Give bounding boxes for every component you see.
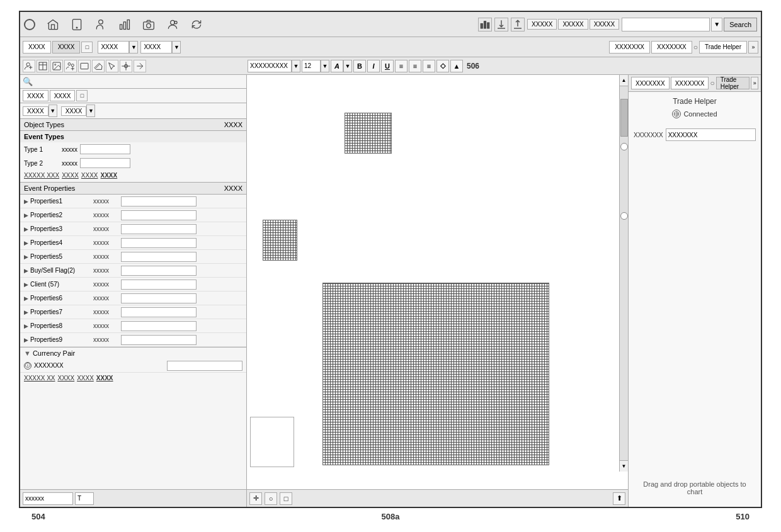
font-letter-btn[interactable]: A bbox=[331, 60, 343, 72]
sidebar-tab-xxxx-1[interactable]: XXXX bbox=[23, 90, 48, 101]
bar-chart-icon[interactable] bbox=[478, 18, 492, 31]
chart-small-rect[interactable] bbox=[250, 417, 294, 467]
align-right-btn[interactable]: ≡ bbox=[423, 60, 435, 72]
camera-icon[interactable] bbox=[142, 18, 155, 31]
right-panel-tab-1[interactable]: XXXXXXX bbox=[631, 77, 670, 89]
sidebar-tab-xxxx-2[interactable]: XXXX bbox=[50, 90, 76, 101]
tab-xxxx-2[interactable]: XXXX bbox=[52, 41, 81, 54]
prop-input-1[interactable] bbox=[121, 210, 197, 220]
vscroll-top-btn[interactable]: ▲ bbox=[620, 75, 629, 86]
prop-input-7[interactable] bbox=[121, 293, 197, 303]
sidebar-small-btn[interactable]: □ bbox=[76, 90, 88, 101]
xxxx-link-2[interactable]: XXXX bbox=[62, 172, 79, 179]
type1-input[interactable] bbox=[80, 144, 130, 154]
font-name-arrow[interactable]: ▼ bbox=[292, 60, 300, 72]
font-size-arrow[interactable]: ▼ bbox=[321, 60, 329, 72]
footer-field-1[interactable]: xxxxxx bbox=[23, 492, 73, 505]
sidebar-drop-arrow-2[interactable]: ▼ bbox=[86, 105, 95, 117]
prop-input-5[interactable] bbox=[121, 266, 197, 276]
xxxx-link-4[interactable]: XXXX bbox=[101, 172, 118, 179]
chart-footer-rect-btn[interactable]: □ bbox=[280, 492, 292, 505]
sidebar-drop-arrow-1[interactable]: ▼ bbox=[48, 105, 57, 117]
right-tab-1[interactable]: XXXXXXX bbox=[609, 41, 650, 54]
btn2[interactable]: XXXXX bbox=[558, 19, 588, 30]
prop-input-0[interactable] bbox=[121, 196, 197, 207]
chart-footer-cross-btn[interactable]: ✛ bbox=[249, 492, 262, 505]
add-person-icon[interactable] bbox=[23, 60, 35, 72]
chart-vscroll[interactable]: ▲ ▼ bbox=[619, 75, 628, 472]
person-icon[interactable] bbox=[94, 18, 107, 31]
align-left-btn[interactable]: ≡ bbox=[395, 60, 408, 72]
more-btn[interactable]: » bbox=[748, 41, 758, 54]
bottom-link-3[interactable]: XXXX bbox=[77, 375, 94, 382]
fill-color-btn[interactable]: ◇ bbox=[436, 60, 449, 72]
xxxx-link-3[interactable]: XXXX bbox=[81, 172, 98, 179]
search-dropdown-arrow[interactable]: ▼ bbox=[711, 18, 722, 31]
vscroll-bottom-btn[interactable]: ▼ bbox=[620, 460, 629, 472]
search-button[interactable]: Search bbox=[724, 18, 757, 31]
right-panel-trade-helper-tab[interactable]: Trade Helper bbox=[716, 77, 750, 89]
prop-input-2[interactable] bbox=[121, 224, 197, 234]
sidebar-dropdown-1[interactable]: XXXX bbox=[23, 106, 48, 116]
right-tab-2[interactable]: XXXXXXX bbox=[651, 41, 692, 54]
vscroll-thumb[interactable] bbox=[620, 99, 628, 137]
italic-btn[interactable]: I bbox=[367, 60, 380, 72]
sidebar-dropdown-2[interactable]: XXXX bbox=[61, 106, 87, 116]
download-icon[interactable] bbox=[494, 18, 508, 31]
person2-icon[interactable] bbox=[166, 18, 179, 31]
cursor-icon[interactable] bbox=[106, 60, 118, 72]
prop-input-9[interactable] bbox=[121, 321, 197, 331]
arrow-tool-icon[interactable] bbox=[134, 60, 146, 72]
refresh-icon[interactable] bbox=[190, 18, 203, 31]
dropdown-field-1[interactable]: XXXX bbox=[98, 41, 129, 54]
prop-input-4[interactable] bbox=[121, 252, 197, 262]
chart-footer-circle-btn[interactable]: ○ bbox=[265, 492, 277, 505]
bottom-link-1[interactable]: XXXXX XX bbox=[24, 375, 55, 382]
font-letter-arrow[interactable]: ▼ bbox=[343, 60, 352, 72]
type2-input[interactable] bbox=[80, 158, 130, 168]
dropdown-field-2[interactable]: XXXX bbox=[140, 41, 172, 54]
rect-icon[interactable] bbox=[78, 60, 91, 72]
search-input[interactable] bbox=[622, 18, 710, 31]
currency-input[interactable] bbox=[167, 361, 242, 371]
bottom-link-4[interactable]: XXXX bbox=[96, 375, 113, 382]
chart-obj-508c[interactable] bbox=[263, 220, 297, 261]
sidebar-search-icon[interactable]: 🔍 bbox=[23, 77, 33, 86]
dropdown-arrow-2[interactable]: ▼ bbox=[172, 41, 181, 54]
chart-footer-up-btn[interactable]: ⬆ bbox=[613, 492, 625, 505]
btn3[interactable]: XXXXX bbox=[590, 19, 619, 30]
xxxx-link-1[interactable]: XXXXX XXX bbox=[24, 172, 59, 179]
align-center-btn[interactable]: ≡ bbox=[409, 60, 421, 72]
footer-field-2[interactable]: T bbox=[75, 492, 94, 505]
vscroll-circle2[interactable] bbox=[620, 212, 628, 220]
font-name-field[interactable]: XXXXXXXXX bbox=[248, 60, 292, 72]
right-tab-trade-helper[interactable]: Trade Helper bbox=[699, 41, 747, 54]
small-btn-1[interactable]: □ bbox=[81, 42, 93, 53]
add-group-icon[interactable] bbox=[64, 60, 77, 72]
home-icon[interactable] bbox=[47, 18, 59, 31]
sidebar-scroll[interactable]: Event Types Type 1 xxxxx Type 2 xxxxx bbox=[20, 131, 246, 489]
dropdown-arrow-1[interactable]: ▼ bbox=[129, 41, 138, 54]
chart-canvas[interactable]: ▲ ▼ bbox=[247, 75, 628, 489]
prop-input-3[interactable] bbox=[121, 238, 197, 248]
prop-input-10[interactable] bbox=[121, 335, 197, 345]
right-field-input[interactable] bbox=[666, 128, 756, 141]
tab-xxxx-1[interactable]: XXXX bbox=[23, 41, 51, 54]
crosshair-icon[interactable] bbox=[120, 60, 132, 72]
chart-obj-508b[interactable] bbox=[345, 113, 392, 154]
vscroll-circle1[interactable] bbox=[620, 143, 628, 150]
prop-input-8[interactable] bbox=[121, 307, 197, 317]
eraser-icon[interactable] bbox=[92, 60, 105, 72]
prop-input-6[interactable] bbox=[121, 280, 197, 290]
image-icon[interactable] bbox=[50, 60, 63, 72]
btn1[interactable]: XXXXX bbox=[527, 19, 557, 30]
font-size-field[interactable]: 12 bbox=[302, 60, 321, 72]
chart-obj-508a[interactable] bbox=[322, 283, 549, 465]
bottom-link-2[interactable]: XXXX bbox=[57, 375, 74, 382]
bold-btn[interactable]: B bbox=[353, 60, 366, 72]
table-icon[interactable] bbox=[37, 60, 49, 72]
upload-icon[interactable] bbox=[511, 18, 525, 31]
chart-icon[interactable] bbox=[118, 18, 131, 31]
right-panel-tab-2[interactable]: XXXXXXX bbox=[671, 77, 709, 89]
tablet-icon[interactable] bbox=[71, 18, 83, 31]
